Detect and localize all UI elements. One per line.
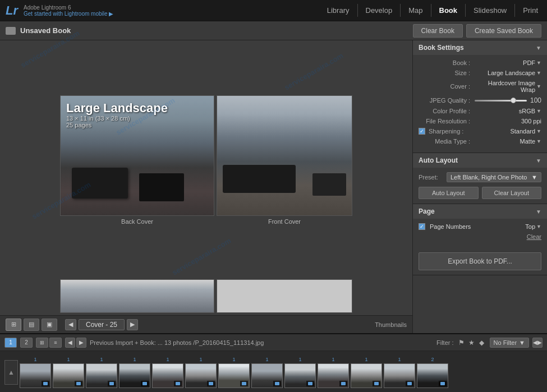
page-numbers-checkbox[interactable]: ✓ xyxy=(419,223,425,230)
book-type-value[interactable]: PDF ▼ xyxy=(475,59,541,66)
filter-dropdown[interactable]: No Filter ▼ xyxy=(490,338,529,348)
small-page-right[interactable] xyxy=(217,279,352,313)
back-cover-page: Large Landscape 13 × 11 in (33 × 28 cm) … xyxy=(60,95,214,225)
page-numbers-value[interactable]: Top ▼ xyxy=(486,223,542,230)
cover-value[interactable]: Hardcover Image Wrap ▼ xyxy=(475,80,541,93)
thumb-number-7: 1 xyxy=(265,357,268,362)
left-arrow-icon: ▲ xyxy=(8,368,15,376)
small-page-left[interactable] xyxy=(60,279,214,313)
nav-print[interactable]: Print xyxy=(515,4,541,17)
auto-layout-title: Auto Layout xyxy=(419,156,458,164)
view-single-btn[interactable]: ▣ xyxy=(42,319,57,331)
auto-layout-header[interactable]: Auto Layout ▼ xyxy=(413,153,547,168)
app-info: Adobe Lightroom 6 Get started with Light… xyxy=(24,4,113,17)
page-num-1-btn[interactable]: 1 xyxy=(4,338,17,348)
media-type-label: Media Type : xyxy=(419,138,475,145)
filter-flag-icon[interactable]: ⚑ xyxy=(457,338,466,347)
preset-label: Preset: xyxy=(419,174,447,181)
right-panel: Book Settings ▼ Book : PDF ▼ Size : Larg… xyxy=(412,40,547,333)
preset-dropdown[interactable]: Left Blank, Right One Photo ▼ xyxy=(447,172,541,182)
thumb-item-12[interactable] xyxy=(417,363,448,388)
nav-slideshow[interactable]: Slideshow xyxy=(466,4,515,17)
clear-layout-button[interactable]: Clear Layout xyxy=(482,187,542,199)
thumb-badge-1 xyxy=(75,381,82,386)
book-settings-header[interactable]: Book Settings ▼ xyxy=(413,40,547,55)
thumb-item-6[interactable] xyxy=(218,363,250,388)
media-type-value[interactable]: Matte ▼ xyxy=(475,138,541,145)
grid-4-btn[interactable]: ⊞ xyxy=(36,338,48,348)
book-badge-icon xyxy=(275,382,279,385)
auto-layout-chevron: ▼ xyxy=(536,158,541,164)
prev-page-btn[interactable]: ◀ xyxy=(65,319,76,330)
front-cover-photo xyxy=(217,96,352,215)
export-pdf-button[interactable]: Export Book to PDF... xyxy=(419,252,541,270)
thumb-item-9[interactable] xyxy=(318,363,349,388)
page-chevron: ▼ xyxy=(536,209,541,215)
jpeg-quality-label: JPEG Quality : xyxy=(419,97,475,104)
thumb-item-10[interactable] xyxy=(351,363,382,388)
thumb-number-2: 1 xyxy=(100,357,103,362)
next-page-btn[interactable]: ▶ xyxy=(127,319,138,330)
front-cover-label: Front Cover xyxy=(268,218,301,225)
filmstrip-scroll-left[interactable]: ▲ xyxy=(4,360,18,385)
filter-value: No Filter xyxy=(494,339,517,346)
grid-list-btn[interactable]: ≡ xyxy=(49,338,62,348)
page-numbers-label: Page Numbers xyxy=(428,223,486,230)
thumb-number-9: 1 xyxy=(332,357,334,362)
nav-map[interactable]: Map xyxy=(401,4,431,17)
filmstrip-nav-btns: ◀ ▶ xyxy=(65,338,86,348)
filter-star-icon[interactable]: ★ xyxy=(467,338,476,347)
media-type-row: Media Type : Matte ▼ xyxy=(419,138,541,145)
nav-library[interactable]: Library xyxy=(319,4,358,17)
thumb-badge-12 xyxy=(439,381,447,386)
thumb-item-4[interactable] xyxy=(152,363,183,388)
thumb-number-3: 1 xyxy=(133,357,136,362)
page-num-2-btn[interactable]: 2 xyxy=(20,338,33,348)
filmstrip-area: 1 2 ⊞ ≡ ◀ ▶ Previous Import + Book: ... … xyxy=(0,333,547,392)
filmstrip-end-btn[interactable]: ◀▶ xyxy=(532,338,543,348)
nav-develop[interactable]: Develop xyxy=(358,4,401,17)
book-badge-icon xyxy=(176,382,180,385)
color-profile-value[interactable]: sRGB ▼ xyxy=(475,108,541,114)
view-spread-btn[interactable]: ▤ xyxy=(24,319,39,331)
thumb-item-2[interactable] xyxy=(86,363,117,388)
clear-page-link[interactable]: Clear xyxy=(527,233,541,240)
cover-pages: 25 pages xyxy=(66,122,168,128)
thumb-container-1: 1 xyxy=(53,357,84,388)
book-badge-icon xyxy=(440,382,445,385)
clear-page-row: Clear xyxy=(419,233,541,240)
thumb-item-1[interactable] xyxy=(53,363,84,388)
thumb-badge-8 xyxy=(306,381,314,386)
book-badge-icon xyxy=(341,382,346,385)
book-type-row: Book : PDF ▼ xyxy=(419,59,541,66)
filter-color-icon[interactable]: ◆ xyxy=(477,338,486,347)
size-value[interactable]: Large Landscape ▼ xyxy=(475,70,541,76)
jpeg-quality-slider[interactable]: 100 xyxy=(475,96,541,104)
thumb-badge-7 xyxy=(273,381,281,386)
front-cover-box[interactable] xyxy=(217,95,352,216)
thumb-item-0[interactable] xyxy=(20,363,51,388)
filter-icons: ⚑ ★ ◆ xyxy=(457,338,486,347)
sharpening-value[interactable]: Standard ▼ xyxy=(468,128,541,135)
thumb-item-8[interactable] xyxy=(284,363,316,388)
thumb-item-7[interactable] xyxy=(251,363,283,388)
page-header[interactable]: Page ▼ xyxy=(413,204,547,219)
sharpening-row: ✓ Sharpening : Standard ▼ xyxy=(419,128,541,135)
book-badge-icon xyxy=(43,382,48,385)
filmstrip-next-btn[interactable]: ▶ xyxy=(76,338,86,348)
thumb-number-10: 1 xyxy=(365,357,367,362)
create-saved-book-button[interactable]: Create Saved Book xyxy=(466,24,541,38)
back-cover-label: Back Cover xyxy=(121,218,153,225)
clear-book-button[interactable]: Clear Book xyxy=(413,24,463,38)
thumb-item-5[interactable] xyxy=(185,363,217,388)
view-grid-btn[interactable]: ⊞ xyxy=(6,319,21,331)
sharpening-checkbox[interactable]: ✓ xyxy=(419,128,425,135)
thumb-item-11[interactable] xyxy=(384,363,415,388)
auto-layout-button[interactable]: Auto Layout xyxy=(419,187,479,199)
back-cover-box[interactable]: Large Landscape 13 × 11 in (33 × 28 cm) … xyxy=(60,95,214,216)
filter-label: Filter : xyxy=(436,339,454,346)
filmstrip-prev-btn[interactable]: ◀ xyxy=(65,338,75,348)
nav-book[interactable]: Book xyxy=(431,4,466,17)
thumb-item-3[interactable] xyxy=(119,363,150,388)
mobile-link[interactable]: Get started with Lightroom mobile ▶ xyxy=(24,11,113,17)
